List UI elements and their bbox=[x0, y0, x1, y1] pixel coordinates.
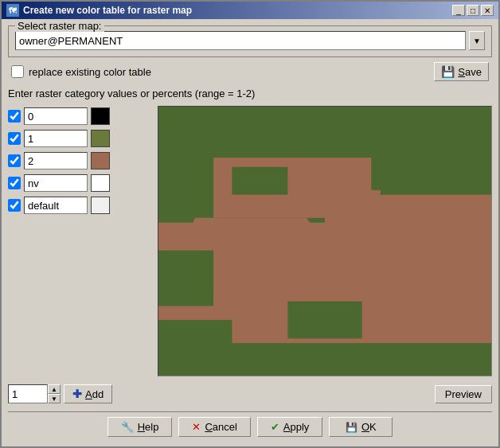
checkbox-default[interactable] bbox=[8, 199, 21, 212]
preview-area bbox=[158, 106, 492, 376]
swatch-nv[interactable] bbox=[91, 174, 110, 192]
color-row-2 bbox=[8, 150, 151, 171]
color-row-default bbox=[8, 195, 151, 216]
add-label: Add bbox=[85, 388, 104, 400]
checkbox-0[interactable] bbox=[8, 110, 21, 123]
color-table bbox=[8, 106, 151, 376]
apply-label: Apply bbox=[283, 421, 310, 433]
cancel-label: Cancel bbox=[205, 421, 236, 433]
maximize-button[interactable]: □ bbox=[467, 5, 479, 16]
window-title: Create new color table for raster map bbox=[23, 5, 192, 16]
title-controls: _ □ ✕ bbox=[452, 5, 494, 16]
swatch-1[interactable] bbox=[91, 130, 110, 147]
svg-rect-10 bbox=[287, 302, 361, 339]
save-button[interactable]: 💾 Save bbox=[434, 62, 489, 81]
select-raster-group: Select raster map: ▼ bbox=[8, 25, 492, 57]
save-label: Save bbox=[458, 66, 482, 78]
raster-dropdown[interactable] bbox=[15, 31, 466, 50]
bottom-controls: ▲ ▼ ✚ Add Preview bbox=[8, 384, 492, 403]
spin-down-button[interactable]: ▼ bbox=[48, 394, 61, 403]
apply-button[interactable]: ✔ Apply bbox=[257, 417, 323, 437]
select-raster-label: Select raster map: bbox=[15, 20, 104, 32]
color-row-nv bbox=[8, 173, 151, 193]
replace-checkbox[interactable] bbox=[11, 65, 24, 78]
swatch-default[interactable] bbox=[91, 197, 110, 214]
title-bar-left: 🗺 Create new color table for raster map bbox=[6, 4, 192, 17]
help-button[interactable]: 🔧 Help bbox=[107, 417, 173, 437]
minimize-button[interactable]: _ bbox=[452, 5, 465, 16]
color-row-0 bbox=[8, 106, 151, 127]
cancel-button[interactable]: ✕ Cancel bbox=[178, 417, 250, 437]
color-row-1 bbox=[8, 128, 151, 149]
preview-button[interactable]: Preview bbox=[435, 385, 492, 403]
swatch-2[interactable] bbox=[91, 152, 110, 169]
main-content: Select raster map: ▼ replace existing co… bbox=[2, 19, 498, 446]
spin-input[interactable] bbox=[8, 384, 48, 403]
spin-input-group: ▲ ▼ bbox=[8, 384, 61, 403]
raster-select-row: ▼ bbox=[15, 31, 485, 50]
ok-icon: 💾 bbox=[346, 422, 357, 433]
swatch-0[interactable] bbox=[91, 107, 110, 125]
ok-label: OK bbox=[361, 421, 377, 433]
main-area bbox=[8, 106, 492, 376]
svg-rect-9 bbox=[158, 343, 491, 376]
add-button[interactable]: ✚ Add bbox=[64, 384, 112, 403]
preview-label: Preview bbox=[445, 388, 482, 400]
add-icon: ✚ bbox=[72, 388, 82, 400]
main-window: 🗺 Create new color table for raster map … bbox=[0, 0, 500, 448]
help-icon: 🔧 bbox=[121, 421, 134, 433]
range-label: Enter raster category values or percents… bbox=[8, 88, 492, 99]
value-input-1[interactable] bbox=[24, 130, 88, 147]
help-label: Help bbox=[138, 421, 159, 433]
ok-button[interactable]: 💾 OK bbox=[329, 417, 393, 437]
value-input-2[interactable] bbox=[24, 152, 88, 169]
value-input-nv[interactable] bbox=[24, 174, 88, 192]
dropdown-arrow-button[interactable]: ▼ bbox=[469, 31, 485, 50]
svg-rect-6 bbox=[381, 107, 491, 195]
close-button[interactable]: ✕ bbox=[481, 5, 494, 16]
checkbox-nv[interactable] bbox=[8, 177, 21, 189]
svg-rect-3 bbox=[158, 251, 213, 306]
value-input-0[interactable] bbox=[24, 107, 88, 125]
svg-rect-14 bbox=[232, 167, 287, 195]
add-controls: ▲ ▼ ✚ Add bbox=[8, 384, 112, 403]
apply-icon: ✔ bbox=[271, 421, 279, 433]
spin-buttons: ▲ ▼ bbox=[48, 384, 61, 403]
cancel-icon: ✕ bbox=[192, 421, 201, 433]
checkbox-2[interactable] bbox=[8, 154, 21, 167]
window-icon: 🗺 bbox=[6, 4, 19, 17]
spin-up-button[interactable]: ▲ bbox=[48, 384, 61, 394]
action-buttons: 🔧 Help ✕ Cancel ✔ Apply 💾 OK bbox=[8, 411, 492, 440]
raster-map-preview bbox=[158, 107, 491, 376]
replace-label: replace existing color table bbox=[29, 66, 151, 78]
save-icon: 💾 bbox=[441, 65, 455, 78]
checkbox-1[interactable] bbox=[8, 132, 21, 145]
replace-checkbox-row: replace existing color table bbox=[11, 65, 151, 78]
title-bar: 🗺 Create new color table for raster map … bbox=[2, 2, 498, 19]
value-input-default[interactable] bbox=[24, 197, 88, 214]
